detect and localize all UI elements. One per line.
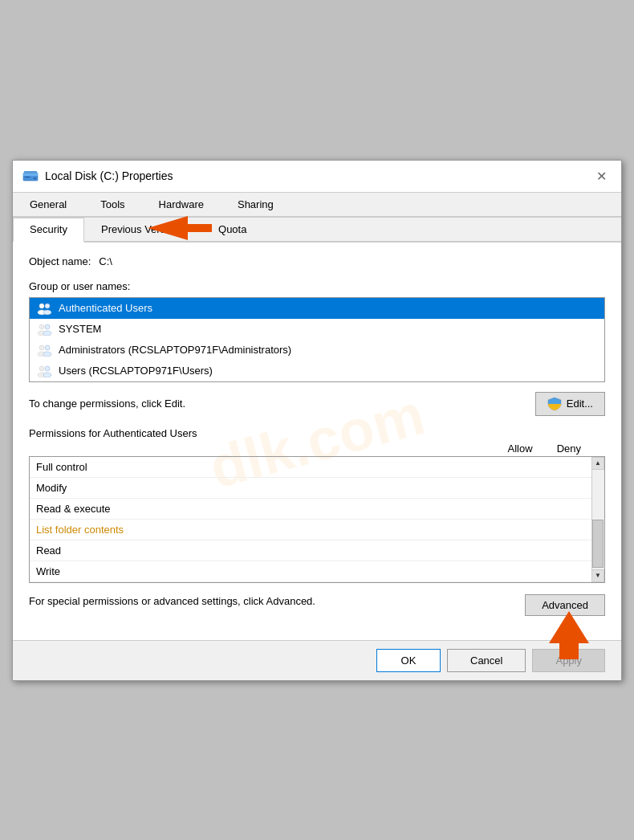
svg-point-13 <box>43 331 51 336</box>
object-name-row: Object name: C:\ <box>29 255 605 267</box>
perm-row-list-folder: List folder contents <box>30 520 604 540</box>
user-item-system[interactable]: SYSTEM <box>30 319 604 340</box>
perm-row-read: Read <box>30 540 604 561</box>
svg-point-16 <box>45 345 50 350</box>
svg-point-20 <box>45 366 50 371</box>
svg-point-14 <box>39 345 44 350</box>
permissions-table: Full control Modify Read & execute List … <box>29 456 605 583</box>
permissions-scrollbar[interactable]: ▲ ▼ <box>591 457 604 582</box>
svg-point-18 <box>39 366 44 371</box>
user-item-administrators[interactable]: Administrators (RCSLAPTOP971F\Administra… <box>30 340 604 361</box>
advanced-row: For special permissions or advanced sett… <box>29 594 605 616</box>
svg-point-12 <box>45 324 50 329</box>
tab-quota[interactable]: Quota <box>201 218 263 241</box>
cancel-button[interactable]: Cancel <box>447 649 526 672</box>
advanced-hint-text: For special permissions or advanced sett… <box>29 594 525 609</box>
svg-point-6 <box>39 304 44 308</box>
perm-row-read-execute: Read & execute <box>30 499 604 520</box>
svg-point-10 <box>39 324 44 329</box>
window-title: Local Disk (C:) Properties <box>45 169 173 182</box>
svg-point-9 <box>43 310 51 315</box>
edit-button[interactable]: Edit... <box>535 392 605 416</box>
scroll-up-arrow[interactable]: ▲ <box>591 457 604 470</box>
perm-write: Write <box>36 565 502 577</box>
user-label-authenticated: Authenticated Users <box>59 302 152 314</box>
permissions-header: Allow Deny <box>29 442 605 455</box>
user-item-authenticated[interactable]: Authenticated Users <box>30 298 604 319</box>
svg-point-21 <box>43 373 51 377</box>
tab-general[interactable]: General <box>13 193 83 216</box>
tabs-row-2: Security Previous Versions Quota <box>13 218 621 243</box>
edit-hint-text: To change permissions, click Edit. <box>29 398 535 410</box>
svg-rect-4 <box>24 171 37 173</box>
tabs-row-2-container: Security Previous Versions Quota <box>13 218 621 243</box>
tab-hardware[interactable]: Hardware <box>142 193 221 216</box>
tabs-row-1: General Tools Hardware Sharing <box>13 193 621 218</box>
content-area: dlk.com Object name: C:\ Group or user n… <box>13 243 621 640</box>
edit-row: To change permissions, click Edit. Edit.… <box>29 392 605 416</box>
user-group-icon-system <box>36 323 52 336</box>
apply-button[interactable]: Apply <box>532 649 605 672</box>
close-button[interactable]: ✕ <box>591 165 612 186</box>
svg-point-17 <box>43 352 51 357</box>
perm-row-full-control: Full control <box>30 457 604 478</box>
svg-point-8 <box>45 304 50 308</box>
scroll-thumb[interactable] <box>592 520 604 568</box>
tab-sharing[interactable]: Sharing <box>221 193 291 216</box>
user-group-icon-users <box>36 365 52 377</box>
svg-rect-3 <box>25 177 30 177</box>
object-name-value: C:\ <box>99 255 112 267</box>
bottom-bar: OK Cancel Apply <box>13 640 621 680</box>
user-label-users: Users (RCSLAPTOP971F\Users) <box>59 365 213 377</box>
user-group-icon-authenticated <box>36 302 52 315</box>
perm-modify: Modify <box>36 482 502 494</box>
permissions-label: Permissions for Authenticated Users <box>29 427 605 439</box>
edit-button-label: Edit... <box>567 398 593 410</box>
user-group-icon-administrators <box>36 344 52 357</box>
tab-tools[interactable]: Tools <box>83 193 141 216</box>
title-bar: Local Disk (C:) Properties ✕ <box>13 161 621 193</box>
group-section-label: Group or user names: <box>29 280 605 292</box>
deny-header: Deny <box>557 442 581 455</box>
shield-icon <box>547 397 562 411</box>
drive-icon <box>22 169 39 182</box>
tab-previous-versions[interactable]: Previous Versions <box>84 218 201 241</box>
ok-button[interactable]: OK <box>376 649 441 672</box>
user-label-administrators: Administrators (RCSLAPTOP971F\Administra… <box>59 344 291 356</box>
perm-read: Read <box>36 544 502 557</box>
scroll-down-arrow[interactable]: ▼ <box>591 569 604 582</box>
perm-read-execute: Read & execute <box>36 503 502 515</box>
allow-header: Allow <box>508 442 533 455</box>
svg-rect-2 <box>34 177 36 179</box>
perm-row-modify: Modify <box>30 478 604 499</box>
user-label-system: SYSTEM <box>59 323 101 335</box>
user-item-users[interactable]: Users (RCSLAPTOP971F\Users) <box>30 361 604 381</box>
advanced-button[interactable]: Advanced <box>525 594 605 616</box>
tab-security[interactable]: Security <box>13 218 84 243</box>
user-list: Authenticated Users SYSTEM Admin <box>29 297 605 382</box>
perm-row-write: Write <box>30 561 604 582</box>
perm-list-folder: List folder contents <box>36 524 502 536</box>
properties-dialog: Local Disk (C:) Properties ✕ General Too… <box>12 160 622 681</box>
object-name-label: Object name: <box>29 255 91 267</box>
perm-full-control: Full control <box>36 461 502 473</box>
advanced-btn-wrapper: Advanced <box>525 594 605 616</box>
